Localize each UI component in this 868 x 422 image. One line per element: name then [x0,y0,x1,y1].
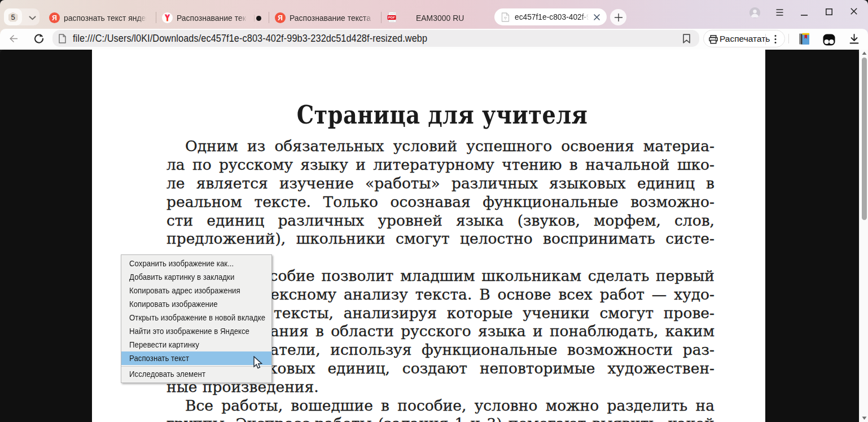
context-menu-item-label: Распознать текст [129,351,189,365]
page-icon [58,34,67,43]
plus-icon [614,13,623,22]
document-text-line: ле является изучение «работы» различных … [166,174,714,193]
bookmark-icon[interactable] [682,34,691,43]
context-menu: Сохранить изображение как... Добавить ка… [121,254,272,383]
context-menu-item[interactable]: Копировать адрес изображения [121,284,271,297]
avatar[interactable] [749,7,760,18]
context-menu-separator [121,366,271,367]
document-title: Страница для учителя [204,100,681,129]
document-text-line: реальном тексте. Только осознавая функци… [166,193,714,212]
minimize-button[interactable] [796,0,813,25]
url-text[interactable]: file:///C:/Users/l0KI/Downloads/ec457f1e… [73,33,427,45]
print-more-options-icon[interactable] [770,34,781,44]
scrollbar-thumb[interactable] [862,58,867,220]
printer-icon [709,35,718,44]
extension-binoculars-icon[interactable] [823,34,835,46]
address-bar[interactable]: file:///C:/Users/l0KI/Downloads/ec457f1e… [52,30,699,47]
context-menu-item-label: Найти это изображение в Яндексе [129,324,249,338]
image-file-icon [501,12,510,22]
toolbar-separator [788,34,789,43]
tab-counter-button[interactable]: 5 [4,8,22,25]
close-window-button[interactable] [845,0,862,25]
tab-3-title: Распознавание текста - Учебник [290,13,374,23]
document-text-line: Одним из обязательных условий успешного … [166,137,714,156]
yandex-favicon: Я [49,12,60,23]
active-tab[interactable]: ec457f1e-c803-402f-99 [494,8,607,25]
tab-counter-shield-icon: 5 [8,12,18,22]
yandex-browser-favicon [162,12,173,23]
reload-icon[interactable] [34,33,44,43]
collections-book-icon[interactable] [798,33,810,45]
tab-2-mini-separator [254,15,255,21]
document-text-line: сти единиц различных уровней языка (звук… [166,212,714,230]
context-menu-item-label: Открыть изображение в новой вкладке [129,311,265,324]
context-menu-item-label: Копировать изображение [129,297,218,311]
user-icon [749,7,760,18]
context-menu-item-label: Перевести картинку [129,338,199,351]
close-tab-icon[interactable] [594,14,600,20]
tab-2[interactable]: Распознавание текста [156,0,269,29]
download-icon[interactable] [849,34,859,44]
print-button-label: Распечатать [720,34,770,44]
document-text-line: предложений), школьники смогут целостно … [166,230,714,248]
tab-4-title: EAM3000 RU [416,13,479,23]
context-menu-item-label: Исследовать элемент [129,367,205,381]
new-tab-button[interactable] [610,9,626,25]
document-text-line: группы. Экспресс-работы (задания 1 и 3) … [166,415,714,422]
scroll-down-arrow[interactable] [862,416,867,420]
document-text-line: Все работы, вошедшие в пособие, условно … [166,397,714,415]
tab-3[interactable]: Я Распознавание текста - Учебник [269,0,381,29]
context-menu-item[interactable]: Найти это изображение в Яндексе [121,324,271,338]
context-menu-item[interactable]: Добавить картинку в закладки [121,270,271,284]
tab-1-title: распознать текст яндекс - Яндекс [64,13,147,23]
context-menu-item[interactable]: Распознать текст [121,351,271,365]
context-menu-item-label: Сохранить изображение как... [129,257,234,270]
pdf-icon-label: PDF [388,15,396,19]
tab-1[interactable]: Я распознать текст яндекс - Яндекс [44,0,156,29]
browser-window: 5 Я распознать текст яндекс - Яндекс [0,0,868,422]
tab-2-unread-dot [256,16,261,21]
print-pill-divider [765,34,766,45]
active-tab-title: ec457f1e-c803-402f-99 [515,12,589,21]
page-scrollbar[interactable] [859,50,868,422]
tab-4[interactable]: PDF EAM3000 RU [382,0,493,29]
context-menu-item[interactable]: Сохранить изображение как... [121,257,271,270]
context-menu-item[interactable]: Копировать изображение [121,297,271,311]
browser-toolbar: file:///C:/Users/l0KI/Downloads/ec457f1e… [0,29,868,50]
context-menu-item-label: Копировать адрес изображения [129,284,240,297]
context-menu-item[interactable]: Перевести картинку [121,338,271,351]
print-button[interactable]: Распечатать [703,30,785,47]
yandex-favicon: Я [275,12,286,23]
chevron-down-icon[interactable] [29,16,36,20]
context-menu-item-label: Добавить картинку в закладки [129,270,234,284]
scroll-up-arrow[interactable] [862,51,867,55]
tab-count: 5 [11,13,15,21]
pdf-file-icon: PDF [387,12,397,23]
mouse-cursor [253,356,263,370]
context-menu-items: Сохранить изображение как... Добавить ка… [121,257,271,365]
menu-hamburger-icon[interactable] [776,9,783,16]
context-menu-item[interactable]: Открыть изображение в новой вкладке [121,311,271,324]
maximize-button[interactable] [821,0,838,25]
context-menu-item-inspect[interactable]: Исследовать элемент [121,367,271,381]
back-icon[interactable] [10,34,18,43]
tab-2-title: Распознавание текста [177,13,247,23]
tab-counter-group[interactable]: 5 [4,8,40,25]
document-text-line: ла по русскому языку и литературному чте… [166,156,714,174]
